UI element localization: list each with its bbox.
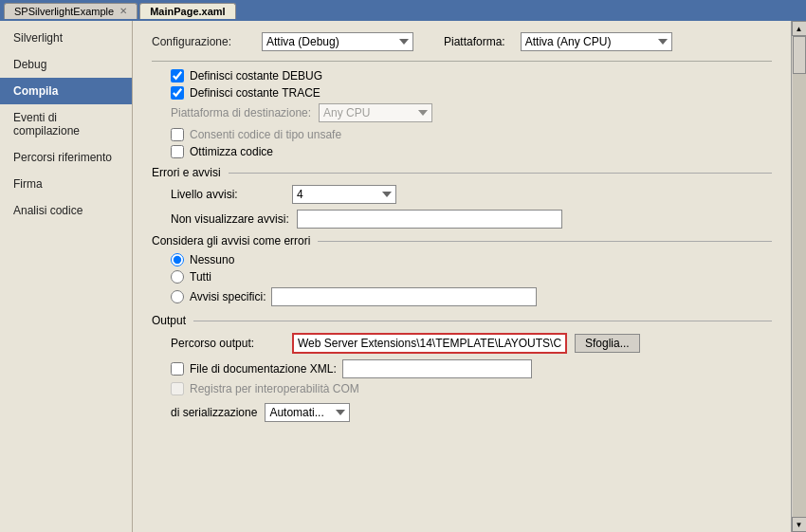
tab-main[interactable]: MainPage.xaml (139, 3, 235, 19)
scrollbar-thumb[interactable] (793, 36, 806, 74)
non-visualizzare-input[interactable] (297, 210, 562, 229)
checkbox-documentazione[interactable] (171, 362, 184, 376)
percorso-label: Percorso output: (171, 337, 284, 350)
sidebar-item-eventi[interactable]: Eventi di compilazione (0, 104, 132, 144)
percorso-row: Percorso output: Sfoglia... (171, 333, 772, 354)
content-area: Configurazione: Attiva (Debug) Piattafor… (133, 21, 791, 433)
livello-label: Livello avvisi: (171, 188, 284, 201)
considera-section: Considera gli avvisi come errori Nessuno… (152, 234, 772, 306)
checkbox-trace[interactable] (171, 86, 184, 100)
config-row: Configurazione: Attiva (Debug) Piattafor… (152, 32, 772, 51)
serializzazione-select[interactable]: Automati... (265, 403, 350, 422)
unsafe-row: Consenti codice di tipo unsafe (171, 128, 772, 141)
sidebar-item-analisi[interactable]: Analisi codice (0, 197, 132, 224)
configurazione-label: Configurazione: (152, 35, 247, 48)
interoperabilita-label: Registra per interoperabilità COM (190, 382, 359, 395)
sidebar-item-debug[interactable]: Debug (0, 51, 132, 78)
piattaforma-select[interactable]: Attiva (Any CPU) (521, 32, 672, 51)
documentazione-input[interactable] (342, 359, 532, 378)
scrollbar-down[interactable]: ▼ (792, 517, 807, 532)
destinazione-select: Any CPU (319, 103, 432, 122)
content-wrapper: Configurazione: Attiva (Debug) Piattafor… (133, 21, 791, 532)
scrollbar-up[interactable]: ▲ (792, 21, 807, 36)
output-title: Output (152, 314, 186, 327)
documentazione-label: File di documentazione XML: (190, 362, 337, 376)
output-divider (193, 321, 772, 321)
checkbox-interoperabilita (171, 382, 184, 395)
considera-title: Considera gli avvisi come errori (152, 234, 310, 248)
livello-select[interactable]: 4 (292, 185, 396, 204)
scrollbar: ▲ ▼ (791, 21, 806, 532)
radio-specifici-row: Avvisi specifici: (171, 287, 772, 306)
radio-nessuno[interactable] (171, 253, 184, 266)
ottimizza-row: Ottimizza codice (171, 145, 772, 158)
specifici-input[interactable] (271, 287, 537, 306)
output-header: Output (152, 314, 772, 327)
checkbox-unsafe[interactable] (171, 128, 184, 141)
piattaforma-label: Piattaforma: (444, 35, 505, 48)
percorso-input[interactable] (292, 333, 567, 354)
title-bar: SPSilverlightExample ✕ MainPage.xaml (0, 0, 806, 21)
configurazione-select[interactable]: Attiva (Debug) (262, 32, 413, 51)
output-section: Output Percorso output: Sfoglia... File … (152, 314, 772, 395)
checkbox-debug[interactable] (171, 69, 184, 83)
non-visualizzare-label: Non visualizzare avvisi: (171, 212, 289, 226)
sidebar-item-firma[interactable]: Firma (0, 171, 132, 197)
main-layout: Silverlight Debug Compila Eventi di comp… (0, 21, 806, 532)
errori-section: Errori e avvisi Livello avvisi: 4 Non vi… (152, 166, 772, 229)
considera-header: Considera gli avvisi come errori (152, 234, 772, 248)
checkbox-debug-row: Definisci costante DEBUG (171, 69, 772, 83)
considera-divider (318, 241, 772, 242)
radio-nessuno-row: Nessuno (171, 253, 772, 266)
documentazione-row: File di documentazione XML: (171, 359, 772, 378)
interoperabilita-row: Registra per interoperabilità COM (171, 382, 772, 395)
radio-specifici-label: Avvisi specifici: (190, 290, 266, 303)
scrollbar-track[interactable] (793, 36, 806, 517)
radio-tutti-label: Tutti (190, 270, 211, 284)
non-visualizzare-row: Non visualizzare avvisi: (171, 210, 772, 229)
serializzazione-label: di serializzazione (171, 406, 257, 419)
checkbox-debug-label: Definisci costante DEBUG (190, 69, 322, 83)
serializzazione-row: di serializzazione Automati... (152, 403, 772, 422)
checkbox-ottimizza[interactable] (171, 145, 184, 158)
checkbox-trace-row: Definisci costante TRACE (171, 86, 772, 100)
unsafe-label: Consenti codice di tipo unsafe (190, 128, 341, 141)
radio-tutti[interactable] (171, 270, 184, 284)
sidebar-item-compila[interactable]: Compila (0, 78, 132, 104)
sidebar-item-silverlight[interactable]: Silverlight (0, 25, 132, 51)
radio-specifici[interactable] (171, 290, 184, 303)
checkbox-trace-label: Definisci costante TRACE (190, 86, 321, 100)
sidebar-item-percorsi[interactable]: Percorsi riferimento (0, 144, 132, 171)
tab-sp-close[interactable]: ✕ (119, 6, 127, 16)
errori-title: Errori e avvisi (152, 166, 221, 179)
sidebar: Silverlight Debug Compila Eventi di comp… (0, 21, 133, 532)
sfoglia-button[interactable]: Sfoglia... (575, 334, 640, 353)
livello-row: Livello avvisi: 4 (171, 185, 772, 204)
radio-nessuno-label: Nessuno (190, 253, 234, 266)
destinazione-label: Piattaforma di destinazione: (171, 106, 311, 119)
errori-divider (229, 173, 772, 174)
destinazione-row: Piattaforma di destinazione: Any CPU (171, 103, 772, 122)
ottimizza-label: Ottimizza codice (190, 145, 273, 158)
errori-header: Errori e avvisi (152, 166, 772, 179)
radio-tutti-row: Tutti (171, 270, 772, 284)
divider-top (152, 61, 772, 62)
tab-sp[interactable]: SPSilverlightExample ✕ (4, 3, 137, 19)
